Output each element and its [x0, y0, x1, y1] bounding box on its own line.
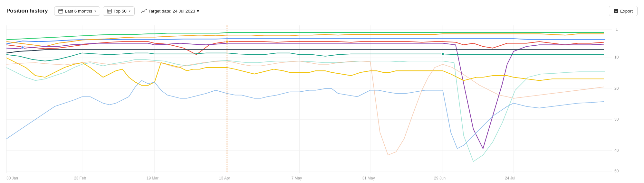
x-label-apr13: 13 Apr: [219, 176, 230, 180]
position-history-chart: 1 10 20 30 40 50 30 Jan 23 Feb 19 Mar 13…: [6, 25, 628, 183]
export-button[interactable]: Export: [609, 6, 638, 16]
chevron-down-icon-2: ▾: [129, 9, 130, 13]
x-label-jun29: 29 Jun: [434, 176, 446, 180]
x-label-feb23: 23 Feb: [74, 176, 86, 180]
y-label-20: 20: [614, 86, 619, 90]
marker-orange: [226, 40, 228, 43]
line-purple: [6, 43, 604, 148]
line-lightblue: [6, 80, 604, 149]
last6months-button[interactable]: Last 6 months ▾: [54, 6, 100, 16]
marker-blue: [21, 46, 24, 49]
export-label: Export: [620, 9, 633, 14]
trend-icon: [141, 9, 147, 13]
y-label-30: 30: [614, 117, 619, 122]
y-label-40: 40: [614, 148, 619, 153]
x-label-jul24: 24 Jul: [505, 176, 515, 180]
y-label-1: 1: [616, 27, 618, 32]
x-label-jan30: 30 Jan: [6, 176, 18, 180]
line-orange: [6, 34, 604, 46]
last6months-label: Last 6 months: [65, 9, 92, 14]
top50-button[interactable]: Top 50 ▾: [103, 6, 135, 16]
download-icon: [614, 8, 618, 14]
y-label-50: 50: [614, 169, 619, 173]
chevron-down-icon-3: ▾: [197, 8, 199, 14]
target-date-label: Target date: 24 Jul 2023: [149, 9, 195, 14]
top50-label: Top 50: [113, 9, 127, 14]
chevron-down-icon: ▾: [94, 9, 96, 13]
page-title: Position history: [6, 8, 48, 14]
calendar-icon: [58, 9, 63, 14]
line-mint: [6, 59, 605, 161]
target-date-button[interactable]: Target date: 24 Jul 2023 ▾: [137, 6, 203, 15]
marker-teal: [441, 53, 444, 55]
svg-rect-4: [107, 9, 111, 13]
line-peach: [6, 61, 604, 155]
svg-rect-0: [59, 9, 63, 13]
x-label-may7: 7 May: [292, 176, 302, 180]
x-label-may31: 31 May: [362, 176, 375, 180]
x-label-mar19: 19 Mar: [147, 176, 159, 180]
table-icon: [107, 9, 112, 14]
line-teal: [6, 53, 604, 61]
main-container: Position history Last 6 months ▾ Top 50: [0, 0, 644, 183]
y-label-10: 10: [614, 55, 619, 59]
chart-area: 1 10 20 30 40 50 30 Jan 23 Feb 19 Mar 13…: [0, 22, 644, 183]
toolbar: Position history Last 6 months ▾ Top 50: [0, 0, 644, 22]
